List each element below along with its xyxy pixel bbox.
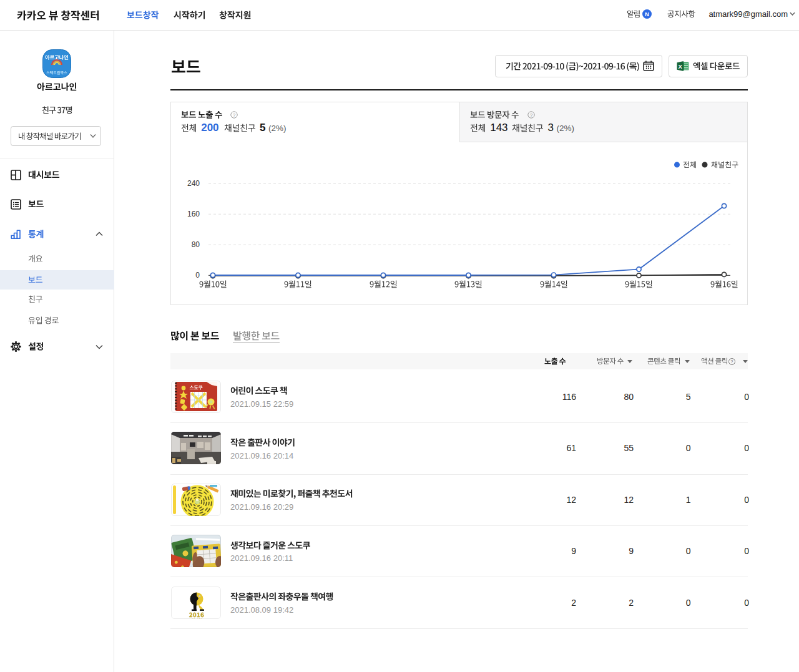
svg-text:?: ? xyxy=(233,112,235,118)
svg-text:N: N xyxy=(645,11,649,17)
svg-text:?: ? xyxy=(530,112,532,118)
svg-text:X: X xyxy=(679,63,683,70)
svg-text:?: ? xyxy=(731,359,733,364)
